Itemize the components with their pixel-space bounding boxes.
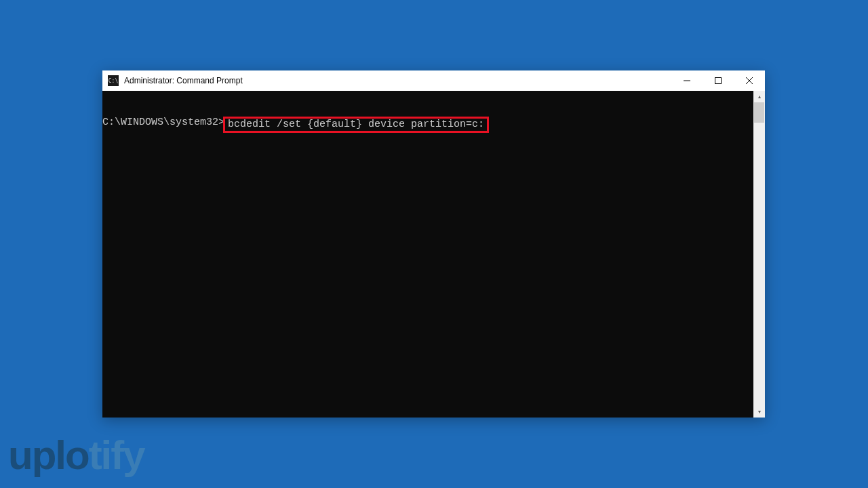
terminal-line: C:\WINDOWS\system32>bcdedit /set {defaul… [102, 115, 753, 133]
scroll-down-arrow-icon[interactable]: ▾ [753, 406, 765, 418]
minimize-button[interactable] [671, 70, 703, 91]
command-prompt-path: C:\WINDOWS\system32> [102, 117, 224, 129]
scroll-thumb[interactable] [754, 102, 764, 123]
window-controls [671, 70, 765, 91]
command-text: bcdedit /set {default} device partition=… [228, 119, 484, 130]
close-button[interactable] [734, 70, 765, 91]
maximize-button[interactable] [703, 70, 734, 91]
close-icon [746, 77, 753, 84]
window-titlebar[interactable]: C:\ Administrator: Command Prompt [102, 70, 765, 91]
window-title: Administrator: Command Prompt [124, 76, 671, 85]
scroll-track[interactable] [753, 102, 765, 406]
command-highlight-box: bcdedit /set {default} device partition=… [223, 117, 489, 133]
maximize-icon [715, 77, 722, 84]
scroll-up-arrow-icon[interactable]: ▴ [753, 91, 765, 102]
minimize-icon [684, 77, 690, 84]
watermark-logo: uplotify [8, 435, 144, 476]
command-prompt-window: C:\ Administrator: Command Prompt [102, 70, 765, 418]
watermark-part1: uplo [8, 435, 89, 476]
cmd-icon-label: C:\ [108, 78, 118, 84]
terminal-content[interactable]: C:\WINDOWS\system32>bcdedit /set {defaul… [102, 91, 753, 418]
vertical-scrollbar[interactable]: ▴ ▾ [753, 91, 765, 418]
cmd-icon: C:\ [108, 75, 119, 86]
watermark-part2: tify [89, 435, 144, 476]
terminal-area[interactable]: C:\WINDOWS\system32>bcdedit /set {defaul… [102, 91, 765, 418]
svg-rect-1 [715, 78, 722, 84]
